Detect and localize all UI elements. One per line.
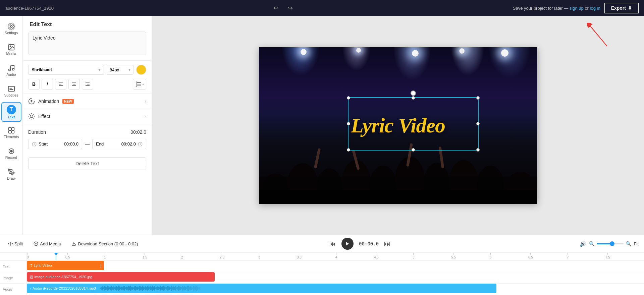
sidebar-item-text[interactable]: T Text [1,102,21,122]
sidebar-item-draw[interactable]: Draw [1,164,21,184]
svg-line-31 [33,118,34,118]
audio-track-clip[interactable]: ♪ Audio iRecorder20221020103314.mp3 [27,284,496,293]
zoom-slider[interactable] [597,243,624,244]
format-row: B I ▾ [23,79,152,94]
animation-label: Animation [38,99,59,104]
sidebar-item-audio[interactable]: Audio [1,60,21,80]
text-content-area[interactable]: Lyric Video [28,32,146,55]
end-time-field[interactable]: End 00:02.0 [92,139,146,149]
waveform-bar [181,287,182,289]
play-icon [345,241,350,246]
waveform-bar [184,286,185,290]
ruler-label-area [0,253,26,261]
font-select[interactable]: Shrikhand ▾ [28,65,104,75]
waveform-bar [121,287,122,290]
waveform-bar [102,286,103,290]
ruler-mark-2: 2 [181,253,183,259]
waveform-bar [196,286,196,290]
left-sidebar: Settings Media Audio Subtitles T Text El… [0,16,23,235]
waveform-bar [157,286,158,290]
image-track-row: 🖼 Image audience-1867754_1920.jpg [27,272,644,284]
text-track-end-marker: | [100,263,101,268]
align-left-button[interactable] [55,79,66,90]
color-picker[interactable] [136,65,146,75]
waveform-bar [137,287,138,290]
add-media-button[interactable]: Add Media [31,240,63,248]
playhead-triangle [54,253,58,255]
undo-button[interactable]: ↩ [271,3,281,13]
sidebar-item-record[interactable]: Record [1,143,21,164]
image-track-clip[interactable]: 🖼 Image audience-1867754_1920.jpg [27,272,215,282]
waveform-bar [150,286,151,290]
waveform-bar [195,287,195,290]
draw-icon [8,168,15,176]
skip-back-button[interactable]: ⏮ [329,240,336,248]
redo-button[interactable]: ↪ [285,3,296,13]
zoom-out-icon[interactable]: 🔍 [589,241,595,246]
waveform-bar [185,287,186,290]
sidebar-label-subtitles: Subtitles [4,93,18,97]
waveform-bar [141,287,142,290]
waveform-bar [175,286,176,291]
align-center-button[interactable] [68,79,80,90]
waveform-bar [114,287,115,289]
sidebar-item-settings[interactable]: Settings [1,19,21,39]
topbar-center: ↩ ↪ [271,3,296,13]
sidebar-item-elements[interactable]: Elements [1,123,21,143]
volume-icon[interactable]: 🔊 [580,241,586,247]
sign-up-link[interactable]: sign up [570,6,584,11]
playhead[interactable] [56,253,56,260]
play-button[interactable] [341,238,354,250]
text-track-clip[interactable]: |T Lyric Video | [27,261,104,270]
animation-section[interactable]: Animation NEW › [23,94,152,109]
waveform-bar [134,286,135,290]
animation-icon [28,98,35,105]
waveform-bar [176,287,177,289]
ruler-mark-5: 5 [413,253,415,259]
skip-forward-button[interactable]: ⏭ [384,240,391,248]
waveform-bar [139,286,140,291]
fit-button[interactable]: Fit [634,241,639,246]
bold-button[interactable]: B [28,79,40,90]
split-button[interactable]: Split [5,240,25,248]
divider-1 [23,60,152,61]
effect-section[interactable]: Effect › [23,109,152,124]
ruler-mark-6.5: 6.5 [528,253,533,259]
waveform-bar [112,287,113,290]
delete-text-button[interactable]: Delete Text [28,157,146,170]
canvas-wrapper[interactable]: Lyric Video [259,47,537,204]
waveform-bar [109,287,110,289]
align-left-icon [58,81,63,87]
download-section-button[interactable]: Download Section (0:00 - 0:02) [69,240,141,248]
align-right-button[interactable] [82,79,93,90]
waveform-bar [179,286,180,290]
svg-point-27 [30,115,33,118]
sidebar-item-media[interactable]: Media [1,40,21,60]
zoom-in-icon[interactable]: 🔍 [626,241,631,246]
timeline-area: Split Add Media Download Section (0:00 -… [0,235,644,295]
svg-line-35 [33,114,34,115]
sidebar-label-text: Text [8,115,15,119]
waveform-bar [148,287,149,290]
waveform-bar [154,286,155,291]
panel-title: Edit Text [23,16,152,32]
waveform-bar [194,286,194,291]
waveform [100,285,494,292]
download-icon [71,241,76,246]
log-in-link[interactable]: log in [590,6,600,11]
font-chevron-icon: ▾ [98,67,100,72]
svg-point-2 [10,46,11,47]
text-track-content: Lyric Video [34,263,52,268]
export-button[interactable]: Export ⬇ [604,3,639,13]
font-size-select[interactable]: 84px ▾ [107,65,133,75]
ruler-mark-7: 7 [567,253,569,259]
line-spacing-button[interactable]: ▾ [133,79,146,90]
audio-track-icon: ♪ [30,287,31,290]
italic-button[interactable]: I [42,79,53,90]
waveform-bar [106,287,107,290]
start-time-field[interactable]: Start 00:00.0 [28,139,82,149]
text-track-row: |T Lyric Video | [27,261,644,272]
svg-rect-55 [259,190,537,204]
waveform-bar [140,286,141,290]
sidebar-item-subtitles[interactable]: Subtitles [1,81,21,101]
